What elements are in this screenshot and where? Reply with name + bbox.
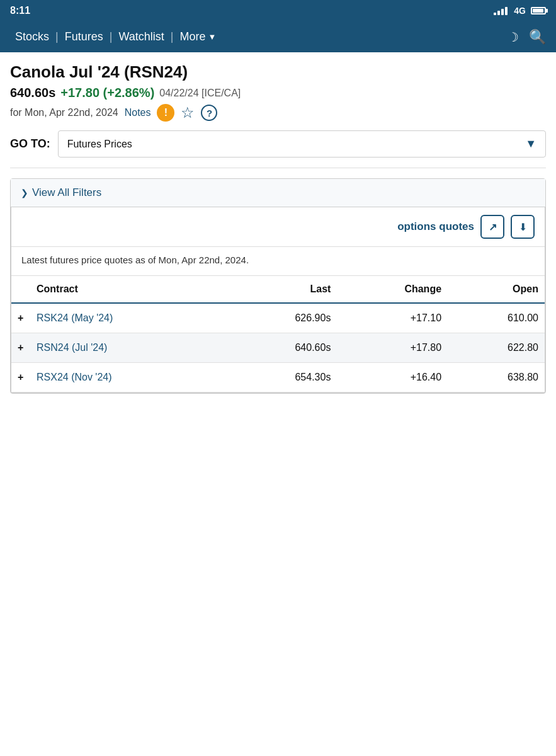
col-last: Last [229,276,338,303]
row-plus-0[interactable]: + [11,303,30,333]
table-row: + RSX24 (Nov '24) 654.30s +16.40 638.80 [11,363,545,392]
search-icon[interactable]: 🔍 [529,29,546,45]
nav-bar: Stocks | Futures | Watchlist | More ▼ ☽ … [0,21,556,52]
network-label: 4G [514,6,526,16]
alert-icon[interactable]: ! [157,104,174,122]
stock-price: 640.60s [10,86,55,100]
signal-icon [494,7,508,15]
download-button[interactable]: ⬇ [511,215,535,239]
trend-chart-button[interactable]: ↗ [480,215,504,239]
goto-chevron-icon: ▼ [525,137,536,151]
filters-header: ❯ View All Filters [11,179,545,207]
notes-link[interactable]: Notes [125,107,151,118]
section-divider [10,168,546,168]
row-last-0: 626.90s [229,303,338,333]
goto-row: GO TO: Futures Prices ▼ [10,130,546,158]
view-all-filters-link[interactable]: ❯ View All Filters [21,186,535,199]
row-contract-1[interactable]: RSN24 (Jul '24) [30,333,229,363]
trend-icon: ↗ [489,221,497,233]
col-change: Change [337,276,448,303]
goto-value: Futures Prices [67,139,132,150]
options-quotes-label[interactable]: options quotes [397,220,474,233]
row-change-2: +16.40 [337,363,448,392]
nav-watchlist[interactable]: Watchlist [113,28,169,46]
nav-sep-3: | [171,30,174,43]
nav-more[interactable]: More ▼ [174,28,221,46]
table-row: + RSN24 (Jul '24) 640.60s +17.80 622.80 [11,333,545,363]
row-open-1: 622.80 [448,333,545,363]
quotes-description: Latest futures price quotes as of Mon, A… [11,247,545,276]
for-date: for Mon, Apr 22nd, 2024 [10,107,118,118]
row-plus-2[interactable]: + [11,363,30,392]
row-contract-0[interactable]: RSK24 (May '24) [30,303,229,333]
battery-icon [531,7,546,14]
table-body: + RSK24 (May '24) 626.90s +17.10 610.00 … [11,303,545,392]
futures-table: Contract Last Change Open + RSK24 (May '… [11,276,545,392]
row-plus-1[interactable]: + [11,333,30,363]
col-plus [11,276,30,303]
status-time: 8:11 [10,5,30,16]
price-row: 640.60s +17.80 (+2.86%) 04/22/24 [ICE/CA… [10,86,546,100]
status-bar: 8:11 4G [0,0,556,21]
moon-icon[interactable]: ☽ [508,30,519,45]
nav-icons: ☽ 🔍 [508,29,546,45]
filters-chevron-icon: ❯ [21,188,28,198]
more-chevron-icon: ▼ [208,32,216,42]
col-contract: Contract [30,276,229,303]
stock-change: +17.80 (+2.86%) [60,86,154,100]
help-icon[interactable]: ? [201,105,217,121]
stock-title: Canola Jul '24 (RSN24) [10,62,546,82]
nav-sep-1: | [55,30,59,43]
row-contract-2[interactable]: RSX24 (Nov '24) [30,363,229,392]
filters-box: ❯ View All Filters options quotes ↗ ⬇ La… [10,178,546,394]
row-open-2: 638.80 [448,363,545,392]
row-last-2: 654.30s [229,363,338,392]
row-last-1: 640.60s [229,333,338,363]
nav-stocks[interactable]: Stocks [10,28,54,46]
nav-sep-2: | [110,30,113,43]
star-icon[interactable]: ☆ [181,104,195,122]
quotes-area: options quotes ↗ ⬇ Latest futures price … [11,207,545,393]
quotes-header-row: options quotes ↗ ⬇ [11,207,545,247]
status-right: 4G [494,6,546,16]
nav-futures[interactable]: Futures [60,28,108,46]
row-change-1: +17.80 [337,333,448,363]
stock-meta: 04/22/24 [ICE/CA] [159,88,241,99]
row-change-0: +17.10 [337,303,448,333]
download-icon: ⬇ [519,221,527,233]
col-open: Open [448,276,545,303]
row-open-0: 610.00 [448,303,545,333]
main-content: Canola Jul '24 (RSN24) 640.60s +17.80 (+… [0,52,556,394]
table-header: Contract Last Change Open [11,276,545,303]
goto-label: GO TO: [10,137,50,151]
date-row: for Mon, Apr 22nd, 2024 Notes ! ☆ ? [10,104,546,122]
table-row: + RSK24 (May '24) 626.90s +17.10 610.00 [11,303,545,333]
goto-select[interactable]: Futures Prices ▼ [58,130,546,158]
